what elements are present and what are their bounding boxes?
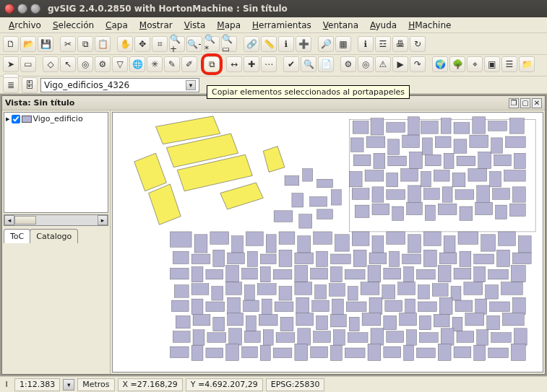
select-poly-tool[interactable]: ◇ [43, 56, 59, 72]
menu-vista[interactable]: Vista [178, 19, 212, 32]
map-canvas[interactable] [112, 112, 543, 373]
svg-rect-141 [398, 282, 415, 295]
svg-rect-182 [419, 315, 431, 329]
zoom-sel-button[interactable]: 🔍▭ [221, 36, 237, 52]
scale-stepper[interactable]: ▾ [63, 379, 74, 391]
pointer-tool[interactable]: ➤ [3, 56, 19, 72]
window-minimize-button[interactable] [17, 4, 27, 14]
select-arrow-tool[interactable]: ↖ [60, 56, 76, 72]
svg-rect-183 [434, 314, 449, 326]
tree-expand-icon[interactable]: ▸ [6, 114, 10, 123]
tab-toc[interactable]: ToC [4, 229, 30, 243]
menu-seleccion[interactable]: Selección [47, 19, 100, 32]
paste-button[interactable]: 📋 [95, 36, 111, 52]
scroll-thumb[interactable] [14, 216, 36, 225]
add-layer-button[interactable]: ➕ [296, 36, 311, 52]
menu-ayuda[interactable]: Ayuda [364, 19, 402, 32]
georef-tool[interactable]: ⌖ [467, 56, 483, 72]
folder-tool[interactable]: 📁 [519, 56, 535, 72]
select-buffer-tool[interactable]: ◎ [77, 56, 93, 72]
status-scale[interactable]: 1:12.383 [14, 378, 60, 391]
cut-button[interactable]: ✂ [60, 36, 76, 52]
props-tool[interactable]: 📄 [318, 56, 334, 72]
status-units[interactable]: Metros [77, 378, 114, 391]
tab-catalogo[interactable]: Catalogo [30, 229, 78, 243]
copy-selected-button[interactable]: ⧉ [204, 56, 220, 72]
svg-rect-62 [425, 205, 435, 220]
db-icon[interactable]: 🗄 [22, 77, 38, 93]
print-button[interactable]: 🖶 [392, 36, 408, 52]
svg-rect-217 [330, 345, 342, 360]
view-restore-button[interactable]: ❐ [509, 98, 519, 108]
group-tool[interactable]: ▣ [484, 56, 500, 72]
target-tool[interactable]: ◎ [358, 56, 374, 72]
menu-mostrar[interactable]: Mostrar [134, 19, 178, 32]
layer-visibility-checkbox[interactable] [12, 115, 20, 123]
open-button[interactable]: 📂 [20, 36, 36, 52]
tree-row[interactable]: ▸ Vigo_edificio [6, 114, 106, 123]
table-search-tool[interactable]: 🔍 [301, 56, 316, 72]
globe-tool[interactable]: 🌐 [129, 56, 145, 72]
filter-tool[interactable]: ▽ [112, 56, 128, 72]
save-button[interactable]: 💾 [38, 36, 53, 52]
menu-mapa[interactable]: Mapa [211, 19, 246, 32]
node-edit-tool[interactable]: ✚ [244, 56, 259, 72]
window-maximize-button[interactable] [30, 4, 40, 14]
legend-button[interactable]: ☲ [375, 36, 391, 52]
search-button[interactable]: 🔎 [318, 36, 334, 52]
refresh-button[interactable]: ↻ [410, 36, 426, 52]
zoom-rect-button[interactable]: ⌗ [152, 36, 168, 52]
edit-redo-tool[interactable]: ✐ [181, 56, 197, 72]
layer-stack-icon[interactable]: ≣ [3, 77, 19, 93]
tree-hscrollbar[interactable]: ◂ ▸ [4, 214, 108, 226]
pan-button[interactable]: ✋ [117, 36, 133, 52]
svg-rect-67 [509, 204, 525, 216]
run-tool[interactable]: ▶ [392, 56, 408, 72]
zoom-out-button[interactable]: 🔍‑ [186, 36, 202, 52]
edit-tool[interactable]: ✎ [164, 56, 180, 72]
menu-herramientas[interactable]: Herramientas [246, 19, 317, 32]
status-epsg[interactable]: EPSG:25830 [266, 378, 325, 391]
identify-button[interactable]: ℹ [278, 36, 294, 52]
zoom-in-button[interactable]: 🔍+ [169, 36, 185, 52]
network-tool[interactable]: ✳ [147, 56, 163, 72]
window-close-button[interactable] [4, 4, 14, 14]
svg-rect-57 [512, 187, 525, 202]
go-tool[interactable]: ↷ [410, 56, 426, 72]
menu-archivo[interactable]: Archivo [3, 19, 47, 32]
svg-rect-151 [228, 297, 241, 314]
attr-table-button[interactable]: ▦ [335, 36, 351, 52]
view-maximize-button[interactable]: ▢ [520, 98, 530, 108]
scroll-right-icon[interactable]: ▸ [98, 215, 108, 225]
table-done-tool[interactable]: ✔ [283, 56, 299, 72]
active-layer-combo[interactable]: Vigo_edificios_4326 ▾ [40, 78, 199, 92]
svg-rect-40 [387, 173, 398, 186]
tree-tool[interactable]: 🌳 [449, 56, 465, 72]
info-button[interactable]: ℹ [358, 36, 374, 52]
menu-capa[interactable]: Capa [100, 19, 134, 32]
window-title: gvSIG 2.4.0.2850 with HortonMachine : Si… [48, 4, 288, 14]
select-invert-tool[interactable]: ↔ [226, 56, 242, 72]
svg-rect-115 [295, 266, 308, 282]
warn-tool[interactable]: ⚠ [375, 56, 391, 72]
measure-button[interactable]: 📏 [261, 36, 277, 52]
grid-tool[interactable]: ⋯ [261, 56, 277, 72]
select-rect-tool[interactable]: ▭ [20, 56, 36, 72]
menu-hmachine[interactable]: HMachine [402, 19, 457, 32]
layer-tree[interactable]: ▸ Vigo_edificio [4, 112, 108, 213]
fit-button[interactable]: ✥ [134, 36, 150, 52]
copy-button[interactable]: ⧉ [77, 36, 93, 52]
svg-rect-198 [348, 333, 368, 343]
pan-link-button[interactable]: 🔗 [244, 36, 259, 52]
view-close-button[interactable]: ✕ [532, 98, 542, 108]
world-tool[interactable]: 🌍 [432, 56, 448, 72]
svg-rect-130 [212, 287, 223, 300]
select-attr-tool[interactable]: ⚙ [95, 56, 111, 72]
scroll-left-icon[interactable]: ◂ [4, 215, 14, 225]
layers-tool[interactable]: ☰ [501, 56, 517, 72]
svg-rect-210 [206, 348, 223, 358]
new-button[interactable]: 🗋 [3, 36, 19, 52]
gear-tool[interactable]: ⚙ [340, 56, 356, 72]
menu-ventana[interactable]: Ventana [317, 19, 364, 32]
zoom-full-button[interactable]: 🔍* [204, 36, 220, 52]
